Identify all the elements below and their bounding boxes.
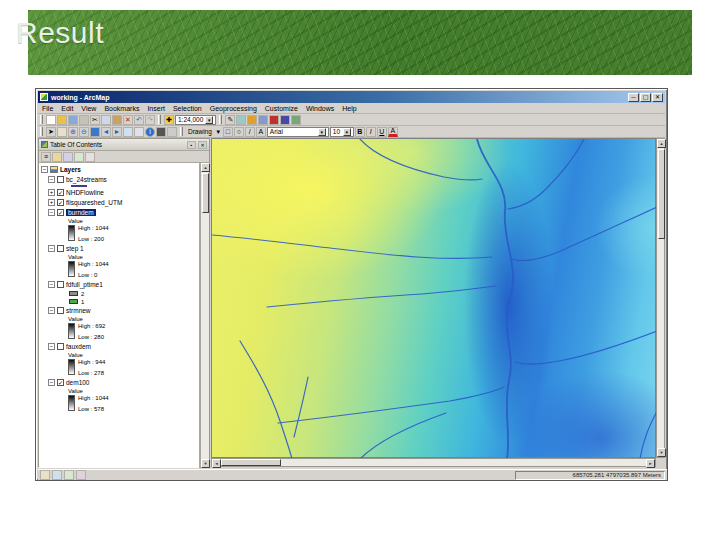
close-icon[interactable]: ✕ xyxy=(198,141,207,149)
toc-layer-row[interactable]: + ✓ filsquareshed_UTM xyxy=(39,198,199,207)
pin-icon[interactable]: ▪ xyxy=(187,141,196,149)
layer-name[interactable]: NHDFlowline xyxy=(66,189,104,196)
expander-icon[interactable]: − xyxy=(48,379,55,386)
expander-icon[interactable]: + xyxy=(48,189,55,196)
modelbuilder-icon[interactable] xyxy=(291,115,301,125)
expander-icon[interactable]: − xyxy=(48,176,55,183)
layer-name[interactable]: fdfull_ptime1 xyxy=(66,281,103,288)
expander-icon[interactable]: − xyxy=(48,343,55,350)
menu-help[interactable]: Help xyxy=(338,105,360,112)
chevron-down-icon[interactable]: ▾ xyxy=(343,128,351,136)
map-horizontal-scrollbar[interactable]: ◄ ► xyxy=(211,458,656,467)
layer-name[interactable]: dem100 xyxy=(66,379,90,386)
toc-vertical-scrollbar[interactable]: ▲ ▼ xyxy=(200,163,209,468)
attribute-table-icon[interactable] xyxy=(236,115,246,125)
toc-layer-row[interactable]: − fauxdem xyxy=(39,342,199,351)
menu-bookmarks[interactable]: Bookmarks xyxy=(100,105,143,112)
menu-view[interactable]: View xyxy=(77,105,100,112)
toc-layer-row[interactable]: − ✓ burndem xyxy=(39,208,199,217)
toc-layer-row[interactable]: − bc_24streams xyxy=(39,175,199,184)
python-icon[interactable] xyxy=(280,115,290,125)
text-tool-icon[interactable]: A xyxy=(256,127,266,137)
menu-geoprocessing[interactable]: Geoprocessing xyxy=(206,105,261,112)
toc-options-icon[interactable] xyxy=(85,152,95,162)
layer-checkbox[interactable] xyxy=(57,343,64,350)
toc-scroll-thumb[interactable] xyxy=(202,173,209,213)
chevron-down-icon[interactable]: ▾ xyxy=(205,116,213,124)
save-icon[interactable] xyxy=(68,115,78,125)
toolbar-grip[interactable] xyxy=(219,115,222,124)
find-icon[interactable] xyxy=(156,127,166,137)
expander-icon[interactable]: − xyxy=(48,281,55,288)
chevron-down-icon[interactable]: ▾ xyxy=(215,127,222,137)
new-document-icon[interactable] xyxy=(46,115,56,125)
line-tool-icon[interactable]: / xyxy=(245,127,255,137)
forward-extent-icon[interactable]: ► xyxy=(112,127,122,137)
toc-layer-row[interactable]: + ✓ NHDFlowline xyxy=(39,188,199,197)
pan-hand-icon[interactable] xyxy=(57,127,67,137)
menu-edit[interactable]: Edit xyxy=(57,105,77,112)
go-to-xy-icon[interactable] xyxy=(167,127,177,137)
list-by-selection-icon[interactable] xyxy=(74,152,84,162)
close-button[interactable]: ✕ xyxy=(652,93,663,102)
arctoolbox-icon[interactable] xyxy=(269,115,279,125)
layer-name-selected[interactable]: burndem xyxy=(66,209,96,216)
font-size-combo[interactable]: 10 ▾ xyxy=(330,127,354,137)
toc-layer-row[interactable]: − strmnew xyxy=(39,306,199,315)
map-hscroll-thumb[interactable] xyxy=(221,459,281,466)
identify-icon[interactable]: i xyxy=(145,127,155,137)
layers-root-label[interactable]: Layers xyxy=(60,166,81,173)
editor-pencil-icon[interactable]: ✎ xyxy=(225,115,235,125)
copy-icon[interactable] xyxy=(101,115,111,125)
scroll-right-icon[interactable]: ► xyxy=(646,459,655,468)
toc-layer-row[interactable]: − step 1 xyxy=(39,244,199,253)
map-vertical-scrollbar[interactable]: ▲ ▼ xyxy=(656,138,665,458)
map-scale-combo[interactable]: 1:24,000 ▾ xyxy=(175,115,216,125)
layer-checkbox[interactable] xyxy=(57,176,64,183)
layer-checkbox[interactable]: ✓ xyxy=(57,199,64,206)
italic-button[interactable]: I xyxy=(366,127,376,137)
zoom-out-icon[interactable]: ⊖ xyxy=(79,127,89,137)
draw-polygon-icon[interactable] xyxy=(64,470,74,480)
draw-point-icon[interactable] xyxy=(40,470,50,480)
catalog-icon[interactable] xyxy=(247,115,257,125)
bold-button[interactable]: B xyxy=(355,127,365,137)
select-arrow-icon[interactable]: ➤ xyxy=(46,127,56,137)
list-by-visibility-icon[interactable] xyxy=(63,152,73,162)
layer-name[interactable]: step 1 xyxy=(66,245,84,252)
map-vscroll-thumb[interactable] xyxy=(658,149,665,239)
add-data-icon[interactable]: ✚ xyxy=(164,115,174,125)
layer-checkbox[interactable] xyxy=(57,307,64,314)
window-titlebar[interactable]: working - ArcMap ─ ▢ ✕ xyxy=(38,91,665,103)
toc-titlebar[interactable]: Table Of Contents ▪ ✕ xyxy=(39,139,209,151)
list-by-source-icon[interactable] xyxy=(52,152,62,162)
font-color-button[interactable]: A xyxy=(388,127,398,137)
scroll-left-icon[interactable]: ◄ xyxy=(212,459,221,468)
expander-icon[interactable]: − xyxy=(48,307,55,314)
back-extent-icon[interactable]: ◄ xyxy=(101,127,111,137)
menu-file[interactable]: File xyxy=(38,105,57,112)
toolbar-grip[interactable] xyxy=(158,115,161,124)
toc-layer-row[interactable]: − ✓ dem100 xyxy=(39,378,199,387)
expander-icon[interactable]: − xyxy=(48,209,55,216)
print-icon[interactable] xyxy=(79,115,89,125)
select-features-icon[interactable] xyxy=(123,127,133,137)
zoom-in-icon[interactable]: ⊕ xyxy=(68,127,78,137)
scroll-up-icon[interactable]: ▲ xyxy=(657,139,666,148)
delete-icon[interactable]: ✕ xyxy=(123,115,133,125)
paste-icon[interactable] xyxy=(112,115,122,125)
layer-name[interactable]: strmnew xyxy=(66,307,91,314)
expander-icon[interactable]: − xyxy=(41,166,48,173)
toc-root-row[interactable]: − Layers xyxy=(39,165,199,174)
toolbar-grip[interactable] xyxy=(40,115,43,124)
expander-icon[interactable]: + xyxy=(48,199,55,206)
map-viewport[interactable] xyxy=(211,138,656,458)
expander-icon[interactable]: − xyxy=(48,245,55,252)
cut-icon[interactable]: ✂ xyxy=(90,115,100,125)
scroll-down-icon[interactable]: ▼ xyxy=(657,448,666,457)
search-icon[interactable] xyxy=(258,115,268,125)
underline-button[interactable]: U xyxy=(377,127,387,137)
draw-line-icon[interactable] xyxy=(52,470,62,480)
layer-checkbox[interactable]: ✓ xyxy=(57,379,64,386)
maximize-button[interactable]: ▢ xyxy=(640,93,651,102)
